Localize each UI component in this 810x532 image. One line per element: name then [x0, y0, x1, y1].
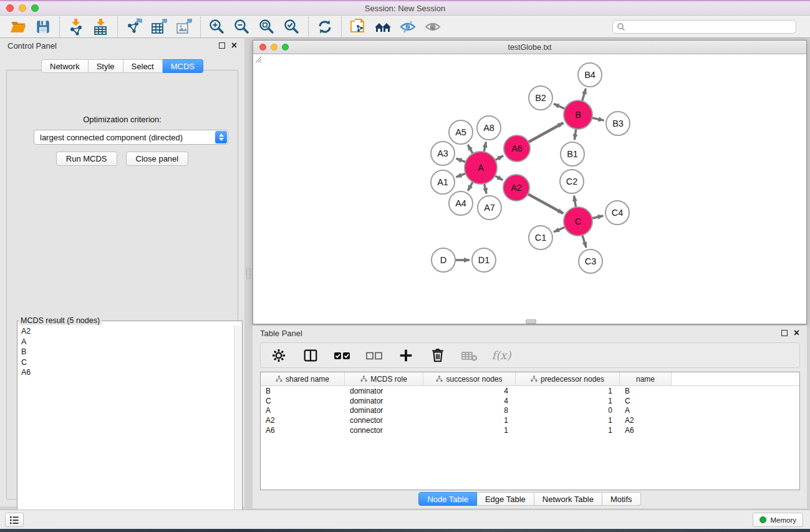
- graph-node-label-A8: A8: [483, 123, 494, 133]
- hide-selected-icon[interactable]: [397, 17, 418, 36]
- table-toolbar: f(x): [260, 342, 800, 368]
- network-view-window: testGlobe.txt B4B2BB3A8A5A6A3B1AA1C2A2A4…: [253, 40, 807, 324]
- result-item-c[interactable]: C: [21, 357, 233, 368]
- table-row-a6[interactable]: A6connector11A6: [261, 425, 799, 435]
- table-header-row: shared nameMCDS rolesuccessor nodesprede…: [261, 372, 799, 386]
- select-all-icon[interactable]: [333, 347, 352, 364]
- tab-mcds[interactable]: MCDS: [163, 59, 203, 73]
- table-row-a2[interactable]: A2connector11A2: [261, 415, 799, 425]
- cell: A: [620, 406, 672, 416]
- control-panel-title: Control Panel: [7, 41, 57, 51]
- column-tree-icon: [531, 375, 538, 382]
- settings-gear-icon[interactable]: [269, 347, 288, 364]
- graph-node-label-A4: A4: [455, 198, 466, 208]
- column-header-predecessor-nodes[interactable]: predecessor nodes: [516, 372, 620, 385]
- close-panel-button[interactable]: Close panel: [126, 152, 189, 166]
- cell: A6: [261, 425, 345, 435]
- new-network-from-selection-icon[interactable]: [347, 17, 369, 36]
- memory-button[interactable]: Memory: [753, 513, 803, 527]
- table-tab-motifs[interactable]: Motifs: [602, 492, 641, 506]
- column-tree-icon: [436, 375, 443, 382]
- first-neighbors-icon[interactable]: [372, 17, 393, 36]
- table-row-c[interactable]: Cdominator41C: [261, 396, 799, 406]
- result-item-a2[interactable]: A2: [21, 326, 233, 337]
- mcds-tab-content: Optimization criterion: largest connecte…: [6, 70, 238, 500]
- delete-column-icon[interactable]: [428, 347, 447, 364]
- network-window-title: testGlobe.txt: [253, 43, 806, 52]
- run-mcds-button[interactable]: Run MCDS: [56, 152, 117, 166]
- mcds-result-box: MCDS result (5 nodes) A2ABCA6: [17, 316, 243, 531]
- network-canvas[interactable]: B4B2BB3A8A5A6A3B1AA1C2A2A4A7C4CC1C3DD1: [253, 54, 806, 324]
- deselect-all-icon[interactable]: [365, 347, 383, 364]
- show-all-icon[interactable]: [422, 17, 443, 36]
- delete-table-icon[interactable]: [460, 347, 479, 364]
- list-icon: [9, 515, 20, 525]
- graph-node-label-A1: A1: [437, 177, 448, 187]
- criterion-dropdown-value: largest connected component (directed): [40, 133, 183, 142]
- criterion-dropdown[interactable]: largest connected component (directed): [34, 130, 228, 145]
- session-title: Session: New Session: [0, 4, 810, 13]
- zoom-fit-icon[interactable]: [256, 17, 277, 36]
- column-tree-icon: [276, 375, 282, 382]
- tab-network[interactable]: Network: [41, 59, 89, 73]
- export-table-icon[interactable]: [148, 17, 170, 36]
- table-body: Bdominator41BCdominator41CAdominator80AA…: [261, 386, 799, 435]
- table-tab-edge-table[interactable]: Edge Table: [477, 492, 534, 506]
- table-tab-network-table[interactable]: Network Table: [534, 492, 602, 506]
- refresh-icon[interactable]: [314, 17, 335, 36]
- result-scrollbar[interactable]: [234, 326, 241, 530]
- close-panel-icon[interactable]: ×: [231, 42, 237, 49]
- search-input[interactable]: [625, 22, 792, 31]
- table-divider-grip[interactable]: [526, 319, 536, 324]
- table-tab-node-table[interactable]: Node Table: [418, 492, 477, 506]
- panel-divider-grip[interactable]: [246, 268, 251, 279]
- column-header-shared-name[interactable]: shared name: [261, 372, 345, 385]
- function-builder-icon[interactable]: f(x): [492, 347, 511, 364]
- close-table-panel-icon[interactable]: ×: [794, 330, 799, 336]
- save-session-icon[interactable]: [32, 17, 54, 36]
- column-header-MCDS-role[interactable]: MCDS role: [345, 372, 423, 385]
- cell: 4: [423, 396, 516, 406]
- export-image-icon[interactable]: [173, 17, 195, 36]
- cell: 1: [423, 415, 516, 425]
- table-row-b[interactable]: Bdominator41B: [261, 386, 799, 396]
- cell: dominator: [345, 396, 423, 406]
- node-table: shared nameMCDS rolesuccessor nodesprede…: [260, 372, 800, 490]
- network-window-titlebar[interactable]: testGlobe.txt: [253, 41, 806, 54]
- zoom-selected-icon[interactable]: [281, 17, 302, 36]
- cell: 0: [516, 406, 620, 416]
- open-session-icon[interactable]: [7, 17, 29, 36]
- float-panel-icon[interactable]: [219, 42, 225, 49]
- export-network-icon[interactable]: [123, 17, 145, 36]
- result-item-a6[interactable]: A6: [21, 367, 233, 378]
- graph-node-label-B4: B4: [584, 70, 595, 80]
- import-table-icon[interactable]: [90, 17, 112, 36]
- split-view-icon[interactable]: [301, 347, 320, 364]
- add-column-icon[interactable]: [397, 347, 415, 364]
- tab-select[interactable]: Select: [123, 59, 163, 73]
- dropdown-stepper-icon: [215, 131, 227, 143]
- float-table-panel-icon[interactable]: [781, 330, 788, 336]
- graph-node-label-B: B: [575, 110, 581, 120]
- table-panel-title: Table Panel: [260, 329, 302, 338]
- window-resize-grip[interactable]: [253, 54, 262, 63]
- column-header-name[interactable]: name: [620, 372, 672, 385]
- result-item-a[interactable]: A: [21, 337, 233, 347]
- search-field[interactable]: [612, 20, 796, 34]
- cell: 1: [516, 386, 620, 396]
- session-titlebar: Session: New Session: [0, 0, 810, 16]
- graph-node-label-B2: B2: [535, 93, 546, 103]
- cell: 8: [423, 406, 516, 416]
- cell: connector: [345, 415, 423, 425]
- zoom-in-icon[interactable]: [206, 17, 228, 36]
- graph-node-label-C2: C2: [566, 177, 578, 186]
- import-network-icon[interactable]: [65, 17, 87, 36]
- tab-style[interactable]: Style: [89, 59, 123, 73]
- task-history-button[interactable]: [5, 513, 24, 527]
- zoom-out-icon[interactable]: [231, 17, 253, 36]
- result-item-b[interactable]: B: [21, 347, 233, 357]
- table-row-a[interactable]: Adominator80A: [261, 406, 799, 416]
- column-header-successor-nodes[interactable]: successor nodes: [423, 372, 516, 385]
- cell: 1: [516, 396, 620, 406]
- graph-node-label-C: C: [575, 216, 581, 226]
